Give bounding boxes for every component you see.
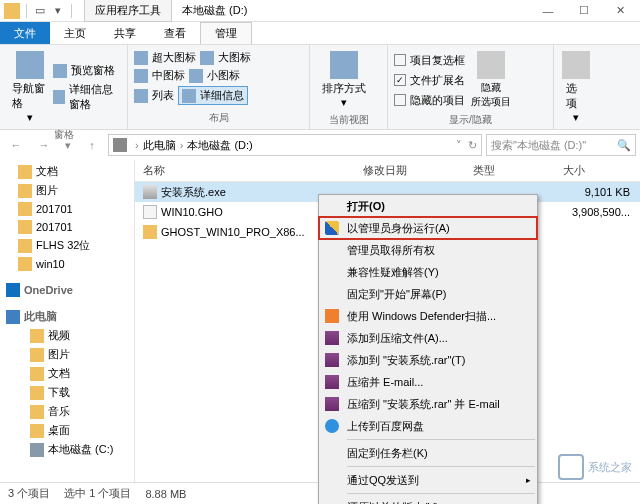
tree-documents[interactable]: 文档	[0, 364, 134, 383]
tree-music[interactable]: 音乐	[0, 402, 134, 421]
maximize-button[interactable]: ☐	[566, 1, 602, 21]
tree-this-pc[interactable]: 此电脑	[0, 307, 134, 326]
hide-icon	[477, 51, 505, 79]
ctx-pin-start[interactable]: 固定到"开始"屏幕(P)	[319, 283, 537, 305]
tree-downloads[interactable]: 下载	[0, 383, 134, 402]
ctx-rar-email[interactable]: 压缩到 "安装系统.rar" 并 E-mail	[319, 393, 537, 415]
tree-pictures[interactable]: 图片	[0, 181, 134, 200]
col-name[interactable]: 名称	[135, 163, 355, 178]
col-type[interactable]: 类型	[465, 163, 555, 178]
sort-button[interactable]: 排序方式 ▾	[316, 49, 372, 111]
col-modified[interactable]: 修改日期	[355, 163, 465, 178]
checkbox-icon	[394, 54, 406, 66]
ctx-run-as-admin[interactable]: 以管理员身份运行(A)	[319, 217, 537, 239]
view-small[interactable]: 小图标	[189, 68, 240, 83]
details-pane-button[interactable]: 详细信息窗格	[53, 82, 121, 112]
shield-icon	[325, 221, 339, 235]
ctx-defender[interactable]: 使用 Windows Defender扫描...	[319, 305, 537, 327]
nav-pane-icon	[16, 51, 44, 79]
menubar: 文件 主页 共享 查看 管理	[0, 22, 640, 45]
view-list[interactable]: 列表	[134, 86, 174, 105]
ribbon-group-options: 选项 ▾	[554, 45, 598, 129]
qat-btn[interactable]: ▭	[33, 4, 47, 18]
ctx-open[interactable]: 打开(O)	[319, 195, 537, 217]
search-icon: 🔍	[617, 139, 631, 152]
navigation-tree[interactable]: 文档 图片 201701 201701 FLHS 32位 win10 OneDr…	[0, 160, 135, 482]
chevron-down-icon: ▾	[341, 96, 347, 109]
view-details[interactable]: 详细信息	[178, 86, 248, 105]
tree-onedrive[interactable]: OneDrive	[0, 281, 134, 299]
ribbon: 导航窗格 ▾ 预览窗格 详细信息窗格 窗格 超大图标 大图标 中图标 小图标 列…	[0, 45, 640, 130]
address-bar[interactable]: › 此电脑 › 本地磁盘 (D:) ˅ ↻	[108, 134, 482, 156]
file-extensions-toggle[interactable]: ✓文件扩展名	[394, 73, 465, 88]
view-extra-large[interactable]: 超大图标	[134, 50, 196, 65]
breadcrumb-sep: ›	[180, 139, 184, 151]
tree-folder[interactable]: 201701	[0, 200, 134, 218]
ribbon-group-current-view: 排序方式 ▾ 当前视图	[310, 45, 388, 129]
folder-icon	[30, 424, 44, 438]
rar-icon	[325, 375, 339, 389]
ctx-add-archive[interactable]: 添加到压缩文件(A)...	[319, 327, 537, 349]
refresh-icon[interactable]: ↻	[468, 139, 477, 152]
menu-manage[interactable]: 管理	[200, 22, 252, 44]
checkbox-icon	[394, 94, 406, 106]
item-checkboxes-toggle[interactable]: 项目复选框	[394, 53, 465, 68]
column-headers: 名称 修改日期 类型 大小	[135, 160, 640, 182]
tree-desktop[interactable]: 桌面	[0, 421, 134, 440]
tree-documents[interactable]: 文档	[0, 162, 134, 181]
minimize-button[interactable]: —	[530, 1, 566, 21]
folder-icon	[30, 348, 44, 362]
hidden-items-toggle[interactable]: 隐藏的项目	[394, 93, 465, 108]
breadcrumb-drive[interactable]: 本地磁盘 (D:)	[187, 138, 252, 153]
up-button[interactable]: ↑	[80, 133, 104, 157]
separator	[347, 493, 535, 494]
watermark-icon	[558, 454, 584, 480]
tree-folder[interactable]: win10	[0, 255, 134, 273]
ctx-pin-taskbar[interactable]: 固定到任务栏(K)	[319, 442, 537, 464]
ctx-compatibility[interactable]: 兼容性疑难解答(Y)	[319, 261, 537, 283]
ctx-qq[interactable]: 通过QQ发送到▸	[319, 469, 537, 491]
chevron-down-icon[interactable]: ˅	[456, 139, 462, 152]
close-button[interactable]: ✕	[602, 1, 638, 21]
menu-view[interactable]: 查看	[150, 22, 200, 44]
back-button[interactable]: ←	[4, 133, 28, 157]
ctx-baidu[interactable]: 上传到百度网盘	[319, 415, 537, 437]
view-large[interactable]: 大图标	[200, 50, 251, 65]
tree-drive-c[interactable]: 本地磁盘 (C:)	[0, 440, 134, 459]
history-dropdown[interactable]: ▾	[60, 133, 76, 157]
nav-pane-button[interactable]: 导航窗格 ▾	[6, 49, 53, 126]
context-tab-label: 应用程序工具	[84, 0, 172, 22]
tree-videos[interactable]: 视频	[0, 326, 134, 345]
menu-file[interactable]: 文件	[0, 22, 50, 44]
search-input[interactable]: 搜索"本地磁盘 (D:)" 🔍	[486, 134, 636, 156]
tree-pictures[interactable]: 图片	[0, 345, 134, 364]
menu-home[interactable]: 主页	[50, 22, 100, 44]
watermark: 系统之家	[558, 454, 632, 480]
folder-icon	[18, 239, 32, 253]
folder-icon	[143, 225, 157, 239]
hide-selected-button[interactable]: 隐藏 所选项目	[465, 49, 517, 111]
sort-icon	[330, 51, 358, 79]
rar-icon	[325, 331, 339, 345]
view-medium[interactable]: 中图标	[134, 68, 185, 83]
qat-btn[interactable]: ▾	[51, 4, 65, 18]
titlebar: ▭ ▾ 应用程序工具 本地磁盘 (D:) — ☐ ✕	[0, 0, 640, 22]
separator	[71, 4, 72, 18]
ctx-admin-ownership[interactable]: 管理员取得所有权	[319, 239, 537, 261]
tree-folder[interactable]: 201701	[0, 218, 134, 236]
breadcrumb-this-pc[interactable]: 此电脑	[143, 138, 176, 153]
ctx-email[interactable]: 压缩并 E-mail...	[319, 371, 537, 393]
forward-button[interactable]: →	[32, 133, 56, 157]
col-size[interactable]: 大小	[555, 163, 640, 178]
preview-pane-button[interactable]: 预览窗格	[53, 63, 121, 78]
exe-icon	[143, 185, 157, 199]
ribbon-group-show-hide: 项目复选框 ✓文件扩展名 隐藏的项目 隐藏 所选项目 显示/隐藏	[388, 45, 554, 129]
options-button[interactable]: 选项 ▾	[560, 49, 592, 126]
status-item-count: 3 个项目	[8, 486, 50, 501]
cloud-icon	[325, 419, 339, 433]
ctx-add-to-rar[interactable]: 添加到 "安装系统.rar"(T)	[319, 349, 537, 371]
menu-share[interactable]: 共享	[100, 22, 150, 44]
tree-folder[interactable]: FLHS 32位	[0, 236, 134, 255]
ctx-restore[interactable]: 还原以前的版本(V)	[319, 496, 537, 504]
preview-icon	[53, 64, 67, 78]
